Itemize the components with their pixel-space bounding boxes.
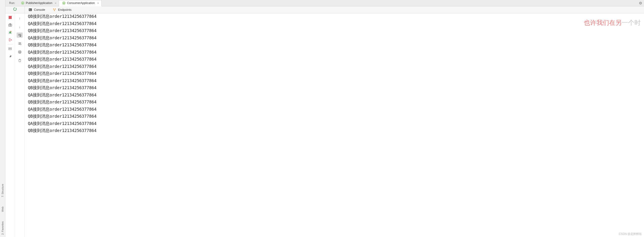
svg-point-3 [53, 8, 54, 9]
svg-point-5 [54, 10, 55, 11]
svg-point-9 [9, 31, 11, 34]
console-line: QB接到消息order12134256377864 [28, 13, 644, 20]
console-line: QB接到消息order12134256377864 [28, 113, 644, 120]
console-line: QA接到消息order12134256377864 [28, 77, 644, 84]
console-line: QB接到消息order12134256377864 [28, 27, 644, 34]
exit-icon[interactable] [8, 38, 13, 42]
console-line: QA接到消息order12134256377864 [28, 49, 644, 56]
scroll-to-end-icon[interactable] [16, 41, 23, 46]
pin-icon[interactable] [8, 54, 13, 58]
rerun-button[interactable] [13, 7, 17, 12]
console-icon [28, 8, 32, 11]
svg-rect-7 [9, 23, 10, 24]
structure-tool-tab[interactable]: 7: Structure [1, 184, 4, 197]
console-line: QA接到消息order12134256377864 [28, 120, 644, 127]
console-line: QA接到消息order12134256377864 [28, 91, 644, 99]
svg-rect-14 [18, 51, 21, 52]
tab-label: ConsumerApplication [67, 1, 95, 5]
far-left-toolwindow-bar: 7: Structure Web 2: Favorites [0, 0, 6, 237]
favorites-tool-tab[interactable]: 2: Favorites [1, 221, 4, 235]
svg-rect-15 [19, 52, 20, 53]
spring-boot-icon [21, 1, 24, 5]
print-icon[interactable] [16, 49, 23, 54]
console-line: QA接到消息order12134256377864 [28, 63, 644, 70]
tab-label: PublisherApplication [26, 1, 52, 5]
subtab-label: Console [34, 8, 45, 11]
svg-point-10 [10, 31, 12, 32]
run-tab-bar: Run: PublisherApplication × ConsumerAppl… [6, 0, 644, 6]
spring-boot-icon [62, 1, 66, 5]
dump-threads-icon[interactable] [8, 23, 13, 27]
console-line: QB接到消息order12134256377864 [28, 70, 644, 77]
close-icon[interactable]: × [54, 1, 58, 5]
svg-point-8 [9, 24, 10, 26]
subtab-label: Endpoints [58, 8, 72, 11]
console-line: QB接到消息order12134256377864 [28, 84, 644, 91]
console-toolbar: ↑ ↓ [15, 13, 24, 237]
endpoints-icon [53, 8, 56, 11]
scroll-down-icon[interactable]: ↓ [16, 24, 23, 29]
separate-watches-icon[interactable] [8, 44, 13, 51]
clear-all-icon[interactable] [16, 58, 23, 63]
console-line: QB接到消息order12134256377864 [28, 127, 644, 134]
console-line: QA接到消息order12134256377864 [28, 34, 644, 42]
console-line: QB接到消息order12134256377864 [28, 56, 644, 63]
console-output[interactable]: QB接到消息order12134256377864QA接到消息order1213… [24, 12, 644, 237]
svg-rect-2 [29, 8, 32, 11]
svg-rect-11 [9, 47, 11, 48]
run-label: Run: [6, 0, 18, 6]
tab-consumer-application[interactable]: ConsumerApplication × [59, 0, 101, 6]
soft-wrap-icon[interactable] [16, 32, 23, 38]
close-icon[interactable]: × [96, 1, 100, 5]
svg-point-4 [55, 8, 56, 9]
web-tool-tab[interactable]: Web [1, 207, 4, 212]
console-line: QB接到消息order12134256377864 [28, 41, 644, 49]
tab-publisher-application[interactable]: PublisherApplication × [18, 0, 59, 6]
svg-rect-12 [9, 49, 11, 50]
run-left-toolbar [6, 13, 15, 237]
gear-icon[interactable]: ⚙ [639, 1, 642, 5]
console-line: QB接到消息order12134256377864 [28, 98, 644, 106]
stop-button[interactable] [8, 15, 13, 19]
svg-rect-6 [8, 24, 12, 26]
console-line: QA接到消息order12134256377864 [28, 20, 644, 27]
console-line: QA接到消息order12134256377864 [28, 106, 644, 113]
scroll-up-icon[interactable]: ↑ [16, 16, 23, 21]
attach-debugger-icon[interactable] [8, 30, 13, 34]
